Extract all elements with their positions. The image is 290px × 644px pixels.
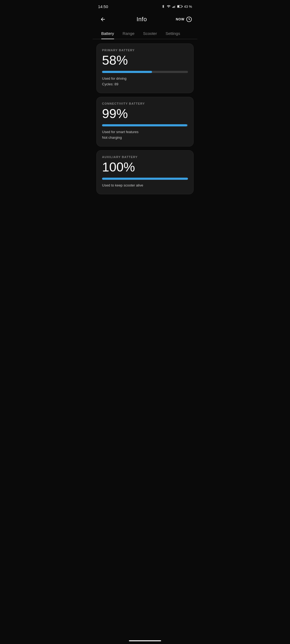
primary-battery-percentage: 58% <box>102 53 188 68</box>
auxiliary-battery-percentage: 100% <box>102 160 188 174</box>
auxiliary-battery-card: AUXILIARY BATTERY 100% Used to keep scoo… <box>96 150 194 194</box>
primary-battery-card: PRIMARY BATTERY 58% Used for driving Cyc… <box>96 43 194 93</box>
primary-battery-label: PRIMARY BATTERY <box>102 49 188 52</box>
svg-rect-5 <box>182 6 183 7</box>
auxiliary-battery-progress <box>102 178 188 180</box>
battery-status-icon <box>177 5 183 8</box>
connectivity-battery-detail-2: Not charging <box>102 135 188 140</box>
status-time: 14:50 <box>98 4 108 9</box>
now-button[interactable]: NOW <box>176 16 192 22</box>
svg-rect-2 <box>174 6 175 8</box>
primary-battery-detail-2: Cycles: 89 <box>102 82 188 87</box>
battery-cards: PRIMARY BATTERY 58% Used for driving Cyc… <box>93 43 197 194</box>
primary-battery-fill <box>102 71 152 73</box>
signal-icon <box>172 5 176 8</box>
bluetooth-icon <box>161 4 165 9</box>
svg-rect-3 <box>175 6 175 8</box>
tab-range[interactable]: Range <box>118 28 139 39</box>
connectivity-battery-progress <box>102 124 188 126</box>
back-button[interactable] <box>98 14 108 24</box>
svg-rect-0 <box>173 7 173 8</box>
connectivity-battery-percentage: 99% <box>102 107 188 121</box>
header: Info NOW <box>93 12 197 28</box>
connectivity-battery-label: CONNECTIVITY BATTERY <box>102 102 188 105</box>
status-bar: 14:50 43 % <box>93 0 197 12</box>
page-title: Info <box>136 16 147 23</box>
auxiliary-battery-label: AUXILIARY BATTERY <box>102 155 188 159</box>
tabs-container: Battery Range Scooter Settings <box>93 28 197 39</box>
connectivity-battery-detail-1: Used for smart features <box>102 130 188 134</box>
tab-scooter[interactable]: Scooter <box>139 28 161 39</box>
clock-icon <box>186 16 192 22</box>
tab-battery[interactable]: Battery <box>97 28 118 39</box>
connectivity-battery-card: CONNECTIVITY BATTERY 99% Used for smart … <box>96 97 194 147</box>
svg-rect-1 <box>173 6 174 8</box>
status-icons: 43 % <box>161 4 192 9</box>
connectivity-battery-fill <box>102 124 187 126</box>
battery-percent: 43 % <box>184 5 192 9</box>
primary-battery-detail-1: Used for driving <box>102 76 188 81</box>
wifi-icon <box>166 5 171 8</box>
primary-battery-progress <box>102 71 188 73</box>
auxiliary-battery-detail-1: Used to keep scooter alive <box>102 183 188 188</box>
now-label: NOW <box>176 17 184 21</box>
auxiliary-battery-fill <box>102 178 188 180</box>
tab-settings[interactable]: Settings <box>161 28 184 39</box>
svg-rect-6 <box>177 6 179 7</box>
